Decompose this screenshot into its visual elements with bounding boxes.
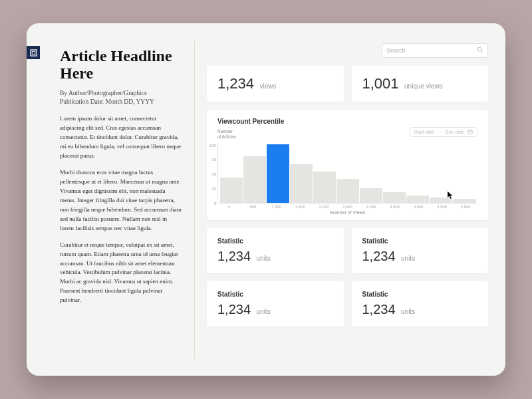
bars-region: [217, 144, 477, 203]
unique-views-card: 1,001 unique views: [352, 66, 489, 102]
date-range-picker[interactable]: Start date → End date: [410, 127, 477, 137]
chart-bar[interactable]: [360, 188, 382, 202]
end-date-field[interactable]: End date: [446, 130, 464, 134]
stat-unit: units: [401, 255, 415, 262]
stat-value: 1,234: [362, 302, 396, 317]
chart-body: 1007550250 05001,0001,5002,0002,5003,000…: [217, 144, 477, 215]
unique-views-label: unique views: [404, 82, 443, 90]
x-tick: 500: [241, 205, 265, 209]
x-tick: 3,000: [359, 205, 383, 209]
stat-value: 1,234: [217, 302, 251, 317]
x-tick: 0: [217, 205, 241, 209]
stat-title: Statistic: [362, 237, 478, 245]
stat-title: Statistic: [217, 237, 333, 245]
chart-bar[interactable]: [243, 156, 266, 202]
svg-rect-1: [32, 51, 35, 55]
article-pubdate: Publication Date: Month DD, YYYY: [60, 98, 182, 106]
svg-point-2: [477, 47, 481, 51]
x-tick: 1,500: [289, 205, 313, 209]
x-ticks: 05001,0001,5002,0002,5003,0003,5004,0004…: [217, 205, 477, 209]
stat-card: Statistic 1,234 units: [207, 281, 344, 327]
chart-bar[interactable]: [383, 192, 406, 203]
chart-title: Viewcount Percentile: [217, 118, 284, 125]
y-axis-label: Number of Articles: [217, 129, 237, 140]
stat-unit: units: [257, 308, 271, 315]
article-byline: By Author/Photographer/Graphics: [60, 89, 182, 98]
brand-logo: [27, 46, 40, 59]
summary-row: 1,234 views 1,001 unique views: [207, 66, 488, 102]
x-tick: 2,500: [336, 205, 360, 209]
app-window: Article Headline Here By Author/Photogra…: [27, 23, 505, 376]
stat-card: Statistic 1,234 units: [207, 228, 344, 273]
x-tick: 5,000: [454, 205, 477, 209]
svg-rect-4: [468, 130, 472, 134]
views-value: 1,234: [217, 75, 254, 92]
stat-unit: units: [257, 255, 271, 262]
stat-title: Statistic: [362, 291, 478, 298]
x-tick: 2,000: [312, 205, 336, 209]
top-row: [207, 43, 488, 58]
svg-rect-0: [30, 49, 36, 55]
y-tick: 0: [205, 201, 216, 205]
search-icon: [477, 47, 483, 55]
x-tick: 1,000: [265, 205, 289, 209]
stat-title: Statistic: [217, 291, 333, 298]
stat-card: Statistic 1,234 units: [352, 281, 489, 327]
stat-unit: units: [401, 308, 415, 315]
svg-line-3: [481, 51, 483, 53]
chart-bar[interactable]: [267, 144, 289, 202]
y-tick: 100: [205, 144, 216, 148]
views-card: 1,234 views: [207, 66, 344, 102]
article-para: Morbi rhoncus eros vitae magna luctus pe…: [60, 168, 182, 233]
chart-bar[interactable]: [220, 178, 243, 202]
y-tick: 75: [205, 158, 216, 162]
article-para: Curabitur et neque tempor, volutpat ex s…: [60, 241, 182, 306]
y-ticks: 1007550250: [205, 144, 216, 205]
chart-bar[interactable]: [430, 198, 452, 203]
start-date-field[interactable]: Start date: [414, 130, 434, 134]
dashboard-panel: 1,234 views 1,001 unique views Viewcount…: [195, 41, 488, 358]
chart-card: Viewcount Percentile Number of Articles …: [207, 110, 488, 220]
chart-bar[interactable]: [313, 172, 336, 202]
x-tick: 3,500: [383, 205, 407, 209]
chart-plot: 1007550250 05001,0001,5002,0002,5003,000…: [217, 144, 477, 215]
chart-bar[interactable]: [290, 164, 313, 203]
x-tick: 4,500: [430, 205, 454, 209]
x-axis-label: Number of Views: [217, 210, 477, 215]
search-bar[interactable]: [382, 43, 488, 58]
y-tick: 25: [205, 187, 216, 191]
x-tick: 4,000: [406, 205, 430, 209]
unique-views-value: 1,001: [362, 75, 399, 92]
chart-bar[interactable]: [406, 196, 429, 203]
article-headline: Article Headline Here: [60, 47, 182, 82]
chart-bar[interactable]: [336, 179, 359, 203]
search-input[interactable]: [386, 47, 477, 54]
stat-value: 1,234: [217, 249, 251, 263]
arrow-right-icon: →: [438, 130, 442, 134]
stats-grid: Statistic 1,234 units Statistic 1,234 un…: [207, 228, 488, 327]
stat-value: 1,234: [362, 249, 396, 263]
article-panel: Article Headline Here By Author/Photogra…: [39, 41, 195, 358]
calendar-icon: [467, 129, 473, 135]
article-para: Lorem ipsum dolor sit amet, consectetur …: [60, 114, 182, 161]
y-tick: 50: [205, 172, 216, 176]
chart-bar[interactable]: [453, 199, 475, 202]
stat-card: Statistic 1,234 units: [352, 228, 489, 273]
views-label: views: [260, 82, 277, 90]
